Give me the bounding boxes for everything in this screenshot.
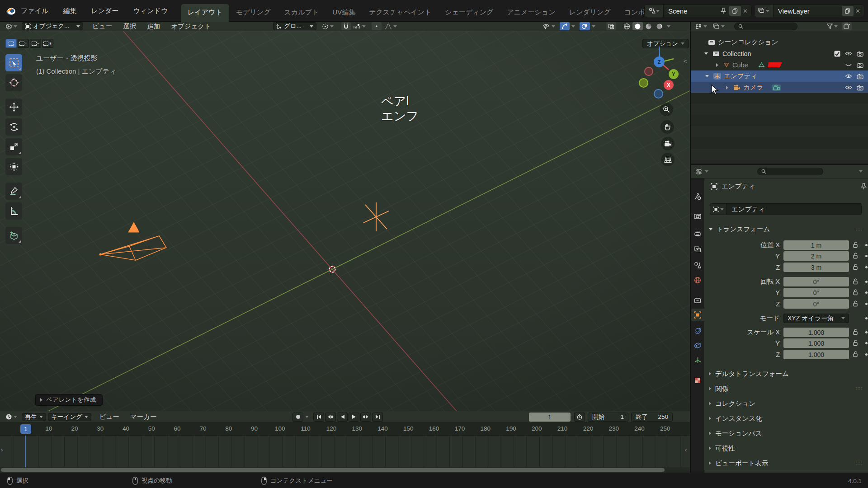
object-name-field[interactable]: エンプティ — [710, 203, 862, 215]
rotation-x-field[interactable]: 0° — [783, 277, 849, 286]
disable-render-icon[interactable] — [857, 85, 863, 90]
proportional-editing-toggle[interactable] — [372, 22, 382, 30]
animate-decorator[interactable] — [865, 291, 868, 294]
timeline-editor-type-button[interactable] — [4, 413, 19, 421]
select-intersect-button[interactable]: ∗ — [42, 39, 53, 48]
animate-decorator[interactable] — [865, 353, 868, 356]
playhead[interactable] — [25, 436, 26, 467]
menu-window[interactable]: ウィンドウ — [132, 5, 169, 17]
timeline-scrollbar[interactable] — [0, 467, 691, 473]
outliner-row-empty[interactable]: エンプティ — [691, 70, 868, 82]
current-frame-field[interactable]: 1 — [529, 413, 571, 422]
pivot-point-dropdown[interactable] — [320, 22, 335, 30]
tab-rendering[interactable]: レンダリング — [562, 4, 618, 22]
panel-grip[interactable]: :::: — [856, 386, 863, 391]
proportional-falloff-dropdown[interactable] — [383, 22, 399, 30]
panel-grip[interactable]: :::: — [856, 460, 863, 465]
rotation-mode-dropdown[interactable]: XYZ オイラー角 — [783, 314, 849, 323]
pan-button[interactable] — [660, 120, 674, 134]
outliner-row-collection[interactable]: Collection — [691, 48, 868, 59]
location-z-field[interactable]: 3 m — [783, 263, 849, 272]
menu-object[interactable]: オブジェクト — [165, 22, 217, 31]
animate-decorator[interactable] — [865, 342, 868, 344]
tab-collection[interactable] — [691, 294, 704, 306]
editor-type-button[interactable] — [4, 22, 19, 30]
tab-animation[interactable]: アニメーション — [500, 4, 562, 22]
lock-icon[interactable] — [853, 329, 858, 335]
use-preview-range-toggle[interactable] — [574, 413, 585, 422]
jump-prev-keyframe-button[interactable] — [325, 413, 336, 422]
tool-rotate[interactable] — [5, 118, 22, 136]
auto-keying-toggle[interactable] — [292, 413, 303, 422]
animate-decorator[interactable] — [865, 303, 868, 305]
outliner-search-input[interactable] — [734, 23, 797, 30]
snap-toggle[interactable] — [341, 22, 351, 30]
tool-move[interactable] — [5, 99, 22, 116]
pin-icon[interactable] — [721, 8, 726, 14]
animate-decorator[interactable] — [865, 244, 868, 246]
menu-add[interactable]: 追加 — [142, 22, 165, 31]
snap-settings-dropdown[interactable] — [352, 22, 368, 30]
gizmo-axis-z-neg[interactable] — [654, 89, 663, 99]
play-button[interactable] — [349, 413, 359, 422]
tool-transform[interactable] — [5, 158, 22, 175]
timeline-channels[interactable]: › ‹ — [0, 436, 691, 467]
camera-view-button[interactable] — [661, 137, 675, 150]
overlays-toggle[interactable] — [580, 22, 590, 30]
camera-expand-icon[interactable] — [726, 86, 728, 89]
shading-material-button[interactable] — [643, 22, 654, 30]
select-extend-button[interactable]: + — [18, 39, 29, 48]
viewlayer-browse-button[interactable] — [755, 5, 774, 17]
exclude-checkbox[interactable] — [834, 51, 840, 57]
tab-world[interactable] — [691, 274, 704, 286]
keying-dropdown-chevron[interactable] — [305, 416, 309, 418]
cube-expand-icon[interactable] — [716, 63, 718, 67]
lock-icon[interactable] — [853, 351, 858, 357]
section-visibility[interactable]: 可視性 — [709, 443, 735, 454]
collection-expand-icon[interactable] — [704, 52, 708, 55]
tab-physics[interactable] — [691, 324, 704, 337]
tab-texture[interactable] — [691, 374, 704, 387]
shading-rendered-button[interactable] — [654, 22, 665, 30]
frame-start-field[interactable]: 開始1 — [588, 413, 628, 422]
scale-y-field[interactable]: 1.000 — [783, 338, 849, 348]
section-collections[interactable]: コレクション — [709, 398, 755, 409]
section-viewport-display[interactable]: ビューポート表示 — [709, 458, 768, 469]
panel-divider[interactable] — [690, 22, 691, 473]
timeline-marker-menu[interactable]: マーカー — [125, 413, 162, 421]
tool-annotate[interactable] — [5, 183, 22, 200]
properties-options-chevron[interactable] — [859, 170, 863, 173]
tab-scene[interactable] — [691, 258, 704, 271]
animate-decorator[interactable] — [865, 331, 868, 333]
panel-grip[interactable]: :::: — [856, 226, 863, 231]
outliner-row-scene-collection[interactable]: シーンコレクション — [691, 37, 868, 48]
tab-view-layer[interactable] — [691, 243, 704, 256]
animate-decorator[interactable] — [865, 266, 868, 268]
outliner-row-cube[interactable]: Cube — [691, 59, 868, 70]
timeline-view-menu[interactable]: ビュー — [94, 413, 125, 421]
menu-render[interactable]: レンダー — [90, 5, 119, 17]
tab-modeling[interactable]: モデリング — [229, 4, 278, 22]
hide-eye-icon[interactable] — [845, 85, 852, 90]
pin-icon[interactable] — [861, 183, 867, 190]
hide-eye-icon[interactable] — [845, 51, 852, 56]
shading-dropdown[interactable] — [665, 22, 672, 30]
tab-tool[interactable] — [691, 190, 704, 203]
lock-icon[interactable] — [853, 289, 858, 296]
location-x-field[interactable]: 1 m — [783, 240, 849, 250]
keying-menu[interactable]: キーイング — [48, 413, 91, 421]
outliner-filter-display-dropdown[interactable] — [711, 22, 726, 30]
transform-section-header[interactable]: トランスフォーム — [709, 224, 770, 235]
menu-edit[interactable]: 編集 — [62, 5, 77, 17]
new-collection-button[interactable] — [842, 22, 852, 30]
section-relations[interactable]: 関係 — [709, 383, 728, 394]
tab-texture-paint[interactable]: テクスチャペイント — [362, 4, 438, 22]
tab-uv-editing[interactable]: UV編集 — [326, 4, 362, 22]
play-reverse-button[interactable] — [337, 413, 348, 422]
frame-end-field[interactable]: 終了250 — [631, 413, 673, 422]
toggle-ortho-button[interactable] — [661, 153, 675, 166]
gizmos-toggle[interactable] — [560, 22, 570, 30]
gizmo-axis-x[interactable]: X — [664, 80, 674, 90]
playback-menu[interactable]: 再生 — [22, 413, 46, 421]
object-visibility-dropdown[interactable] — [541, 22, 557, 30]
